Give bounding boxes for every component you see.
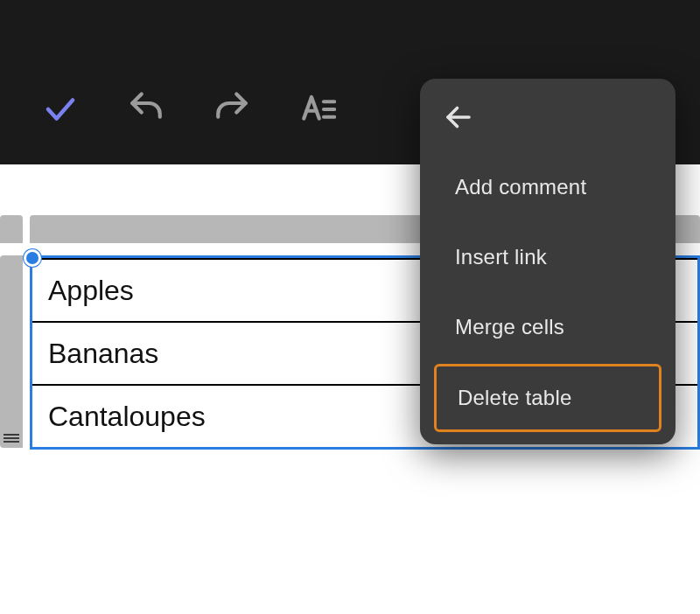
menu-item-delete-table[interactable]: Delete table	[434, 364, 662, 432]
menu-item-insert-link[interactable]: Insert link	[434, 222, 662, 292]
row-headers	[0, 255, 23, 450]
menu-item-merge-cells[interactable]: Merge cells	[434, 292, 662, 362]
drag-handle-icon[interactable]	[4, 434, 19, 443]
undo-icon[interactable]	[128, 91, 164, 128]
redo-icon[interactable]	[214, 91, 250, 128]
context-menu: Add comment Insert link Merge cells Dele…	[420, 79, 676, 444]
menu-item-add-comment[interactable]: Add comment	[434, 152, 662, 222]
column-header-stub[interactable]	[0, 215, 23, 243]
row-header[interactable]	[0, 255, 23, 448]
selection-handle-icon[interactable]	[24, 249, 41, 267]
text-format-icon[interactable]	[299, 91, 336, 128]
check-icon[interactable]	[42, 91, 79, 128]
back-icon[interactable]	[439, 98, 478, 136]
